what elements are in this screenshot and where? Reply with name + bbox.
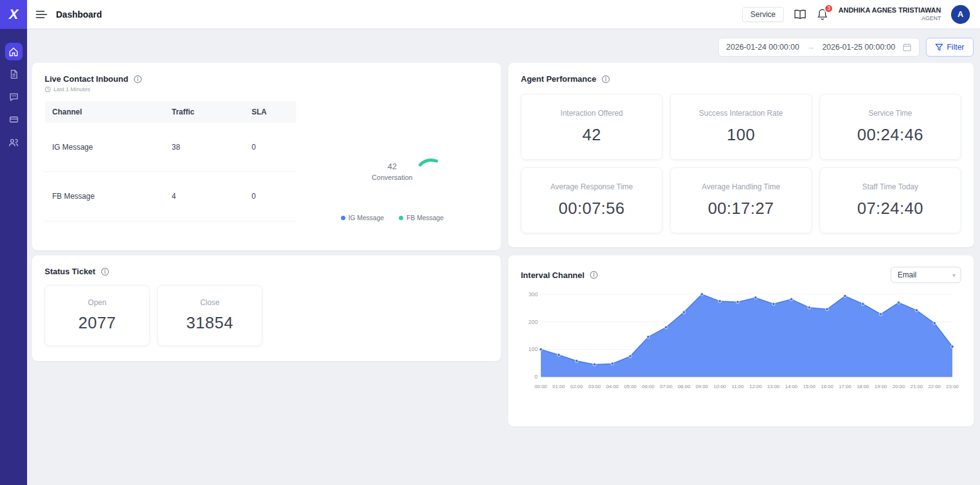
legend-dot-fb	[399, 216, 403, 220]
status-row: Open 2077 Close 31854	[45, 285, 488, 346]
info-icon[interactable]	[133, 75, 142, 84]
avatar[interactable]: A	[951, 5, 970, 24]
interval-channel-card: Interval Channel Email ▾ 010020030000:00…	[508, 255, 974, 426]
document-icon	[9, 69, 19, 79]
sidebar: X	[0, 0, 27, 485]
table-row: FB Message 4 0	[45, 172, 296, 221]
stat-staff-time-today: Staff Time Today 07:24:40	[820, 167, 961, 233]
status-ticket-card: Status Ticket Open 2077 Close 31854	[32, 255, 501, 361]
funnel-icon	[935, 43, 943, 51]
date-start: 2026-01-24 00:00:00	[727, 43, 799, 52]
svg-text:08:00: 08:00	[677, 384, 690, 389]
page-title: Dashboard	[56, 9, 102, 20]
svg-text:200: 200	[528, 319, 538, 325]
stat-closed-tickets: Close 31854	[157, 285, 262, 346]
legend-dot-ig	[341, 216, 345, 220]
svg-text:10:00: 10:00	[713, 384, 726, 389]
info-icon[interactable]	[101, 267, 109, 276]
svg-text:03:00: 03:00	[588, 384, 601, 389]
filter-row: 2026-01-24 00:00:00 → 2026-01-25 00:00:0…	[32, 38, 974, 57]
sidebar-item-tickets[interactable]	[5, 111, 23, 128]
dashboard-grid: Live Contact Inbound Last 1 Minutes Chan…	[32, 63, 974, 426]
notification-badge: 3	[824, 4, 833, 13]
col-channel: Channel	[45, 101, 164, 123]
svg-text:16:00: 16:00	[821, 384, 833, 389]
notifications-button[interactable]: 3	[816, 8, 828, 21]
stat-success-interaction-rate: Success Interaction Rate 100	[670, 94, 811, 160]
svg-text:13:00: 13:00	[767, 384, 780, 389]
user-role: AGENT	[838, 15, 941, 22]
user-name: ANDHIKA AGNES TRISTIAWAN	[838, 6, 941, 15]
agent-performance-card: Agent Performance Interaction Offered 42…	[508, 63, 974, 247]
agent-stats-grid: Interaction Offered 42 Success Interacti…	[521, 94, 961, 233]
docs-button[interactable]	[794, 9, 806, 20]
users-icon	[8, 137, 19, 148]
date-arrow: →	[807, 43, 815, 52]
svg-text:11:00: 11:00	[732, 384, 744, 389]
svg-text:14:00: 14:00	[785, 384, 798, 389]
status-ticket-title: Status Ticket	[45, 267, 96, 276]
stat-service-time: Service Time 00:24:46	[820, 94, 961, 160]
svg-text:18:00: 18:00	[857, 384, 869, 389]
donut-label: Conversation	[372, 174, 413, 181]
legend-item[interactable]: FB Message	[399, 214, 443, 221]
stat-open-tickets: Open 2077	[45, 285, 150, 346]
svg-text:0: 0	[535, 374, 538, 380]
calendar-icon	[903, 43, 911, 52]
agent-performance-title: Agent Performance	[521, 74, 596, 84]
svg-text:17:00: 17:00	[838, 384, 851, 389]
menu-toggle[interactable]	[36, 10, 47, 19]
interval-area-chart: 010020030000:0001:0002:0003:0004:0005:00…	[521, 287, 961, 394]
hamburger-icon	[36, 10, 47, 19]
svg-text:04:00: 04:00	[606, 384, 619, 389]
svg-text:300: 300	[528, 291, 538, 298]
user-info: ANDHIKA AGNES TRISTIAWAN AGENT	[838, 6, 941, 22]
sidebar-item-home[interactable]	[5, 43, 23, 60]
svg-text:100: 100	[528, 346, 538, 352]
info-icon[interactable]	[601, 75, 610, 84]
home-icon	[8, 47, 19, 57]
sidebar-nav	[5, 43, 23, 151]
svg-text:23:00: 23:00	[946, 384, 959, 389]
svg-text:19:00: 19:00	[874, 384, 887, 389]
content-area: 2026-01-24 00:00:00 → 2026-01-25 00:00:0…	[27, 29, 980, 485]
svg-text:05:00: 05:00	[624, 384, 637, 389]
date-end: 2026-01-25 00:00:00	[822, 43, 895, 52]
interval-channel-title: Interval Channel	[521, 270, 584, 280]
app-logo[interactable]: X	[0, 0, 27, 29]
svg-text:22:00: 22:00	[928, 384, 941, 389]
date-range-picker[interactable]: 2026-01-24 00:00:00 → 2026-01-25 00:00:0…	[718, 38, 920, 57]
svg-text:21:00: 21:00	[910, 384, 923, 389]
ticket-icon	[9, 114, 19, 125]
live-contact-subtitle-row: Last 1 Minutes	[45, 86, 488, 92]
filter-button[interactable]: Filter	[926, 38, 974, 57]
svg-text:06:00: 06:00	[642, 384, 655, 389]
legend-item[interactable]: IG Message	[341, 214, 384, 221]
info-icon[interactable]	[589, 270, 598, 279]
svg-text:15:00: 15:00	[803, 384, 816, 389]
donut-legend: IG Message FB Message	[341, 214, 444, 221]
chevron-down-icon: ▾	[952, 272, 955, 279]
live-contact-table: Channel Traffic SLA IG Message 38 0	[45, 101, 296, 221]
clock-icon	[45, 86, 51, 92]
main-column: Dashboard Service 3 ANDHIKA AGNES TRISTI…	[27, 0, 980, 485]
svg-text:20:00: 20:00	[893, 384, 905, 389]
svg-text:01:00: 01:00	[552, 384, 565, 389]
svg-text:02:00: 02:00	[571, 384, 583, 389]
svg-text:00:00: 00:00	[535, 384, 547, 389]
sidebar-item-messages[interactable]	[5, 88, 23, 106]
table-header-row: Channel Traffic SLA	[45, 101, 296, 123]
sidebar-item-documents[interactable]	[5, 65, 23, 83]
table-row: IG Message 38 0	[45, 123, 296, 172]
donut-chart: 42 Conversation IG Message FB Mess	[296, 101, 488, 221]
donut-total: 42	[372, 162, 413, 171]
service-button[interactable]: Service	[742, 7, 784, 22]
chat-icon	[9, 92, 19, 102]
sidebar-item-users[interactable]	[5, 133, 23, 151]
top-header: Dashboard Service 3 ANDHIKA AGNES TRISTI…	[27, 0, 980, 29]
col-traffic: Traffic	[164, 101, 244, 123]
stat-average-handling-time: Average Handling Time 00:17:27	[670, 167, 811, 233]
col-sla: SLA	[244, 101, 296, 123]
channel-select[interactable]: Email ▾	[891, 267, 961, 283]
stat-interaction-offered: Interaction Offered 42	[521, 94, 662, 160]
